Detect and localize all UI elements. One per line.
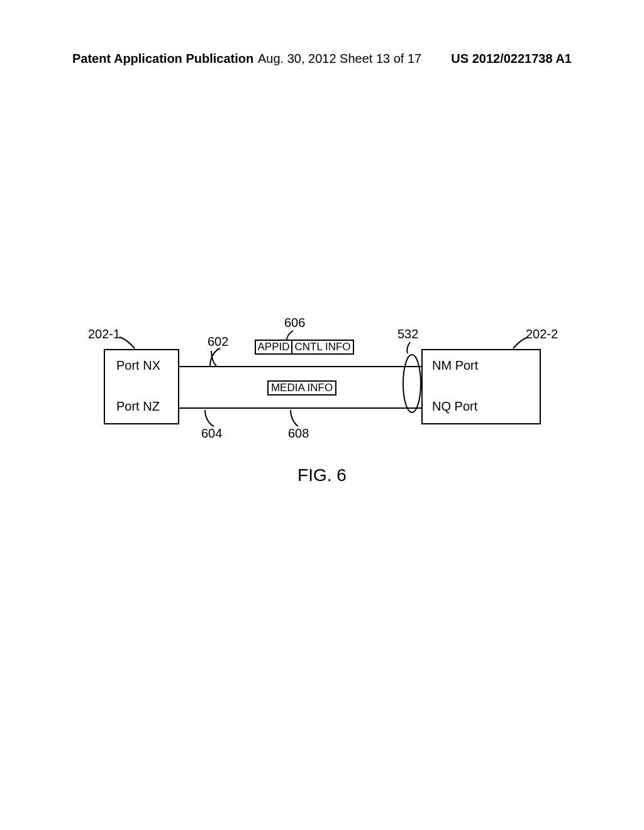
page: Patent Application Publication Aug. 30, … [0,0,644,830]
ref-532: 532 [397,327,418,341]
media-info-cell: MEDIA INFO [267,380,336,396]
nm-port-label: NM Port [432,358,478,373]
leader-602-curve [209,347,224,367]
leader-606 [284,329,297,341]
ref-202-1: 202-1 [88,327,120,341]
appid-cell: APPID [255,340,292,355]
cntl-info-cell: CNTL INFO [291,340,354,355]
figure-diagram: Port NX Port NZ NM Port NQ Port APPID CN… [0,0,644,830]
leader-532 [402,341,415,355]
nq-port-label: NQ Port [432,399,477,414]
port-nz-label: Port NZ [116,399,160,414]
ref-202-2: 202-2 [526,327,558,341]
svg-point-0 [403,355,421,412]
leader-202-2 [511,336,530,351]
leader-608 [288,409,302,428]
ref-604: 604 [201,426,222,441]
ref-606: 606 [284,316,305,330]
figure-label: FIG. 6 [0,465,644,485]
leader-202-1 [118,336,137,351]
leader-604 [203,409,218,428]
ellipse-532 [401,352,423,415]
ref-608: 608 [288,426,309,441]
port-nx-label: Port NX [116,358,160,373]
